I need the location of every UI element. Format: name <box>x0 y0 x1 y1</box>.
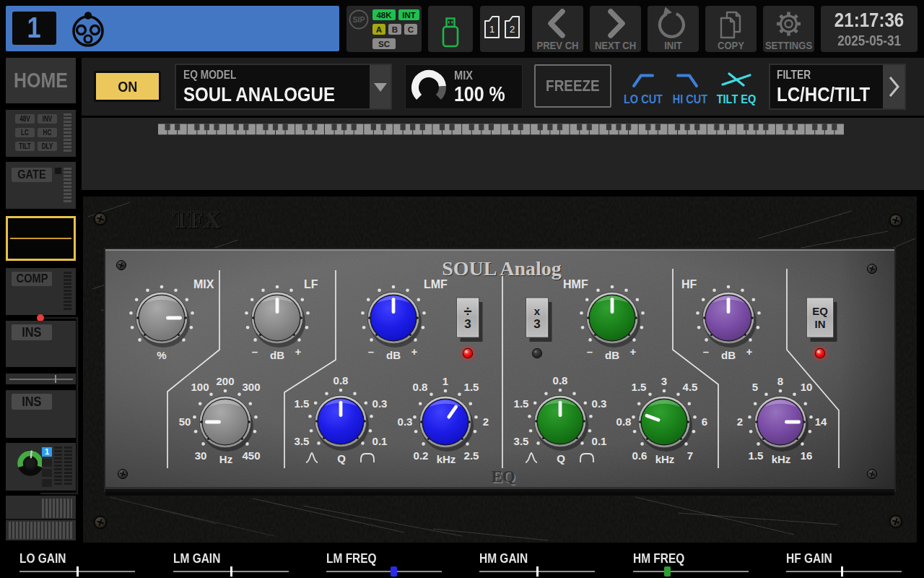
svg-text:MIX: MIX <box>193 278 214 290</box>
svg-text:LMF: LMF <box>424 278 448 290</box>
svg-text:Hz: Hz <box>219 453 232 465</box>
svg-text:1.5: 1.5 <box>295 397 310 410</box>
svg-text:5: 5 <box>752 381 758 393</box>
svg-text:2: 2 <box>483 415 489 428</box>
svg-text:0.1: 0.1 <box>592 435 607 447</box>
svg-text:kHz: kHz <box>655 453 675 465</box>
svg-text:0.3: 0.3 <box>372 397 388 410</box>
svg-text:HI CUT: HI CUT <box>673 92 708 105</box>
svg-text:B: B <box>392 25 398 34</box>
svg-text:dB: dB <box>721 349 736 361</box>
svg-text:0.6: 0.6 <box>632 449 648 462</box>
svg-text:HMF: HMF <box>563 278 588 290</box>
svg-text:COPY: COPY <box>718 40 744 51</box>
svg-text:–: – <box>703 345 709 358</box>
svg-text:1: 1 <box>489 24 494 35</box>
svg-text:4.5: 4.5 <box>683 381 698 393</box>
svg-text:0.3: 0.3 <box>592 397 607 410</box>
svg-text:16: 16 <box>801 449 813 462</box>
svg-text:3.5: 3.5 <box>514 435 529 447</box>
svg-text:0.3: 0.3 <box>398 415 413 428</box>
svg-text:8: 8 <box>777 375 783 387</box>
svg-text:dB: dB <box>386 349 401 361</box>
svg-text:NEXT CH: NEXT CH <box>595 40 636 51</box>
svg-text:SETTINGS: SETTINGS <box>765 40 812 51</box>
svg-text:PREV CH: PREV CH <box>537 40 579 51</box>
svg-text:–: – <box>252 345 258 358</box>
svg-text:dB: dB <box>605 349 619 361</box>
svg-text:0.8: 0.8 <box>334 374 349 387</box>
svg-text:2.5: 2.5 <box>464 449 479 462</box>
svg-text:50: 50 <box>179 415 191 428</box>
svg-text:A: A <box>376 25 382 34</box>
svg-text:EQ: EQ <box>491 467 515 486</box>
svg-text:LO CUT: LO CUT <box>624 92 663 105</box>
svg-text:–: – <box>587 345 593 358</box>
svg-text:1.5: 1.5 <box>749 449 764 462</box>
svg-text:1: 1 <box>443 375 448 387</box>
svg-text:kHz: kHz <box>437 453 456 465</box>
svg-text:SOUL Analog: SOUL Analog <box>442 257 562 280</box>
svg-text:INT: INT <box>402 11 416 20</box>
svg-text:+: + <box>295 345 302 358</box>
svg-text:1.5: 1.5 <box>514 397 529 410</box>
svg-text:0.8: 0.8 <box>413 381 428 393</box>
svg-text:Q: Q <box>557 452 565 465</box>
svg-text:HF: HF <box>681 278 697 290</box>
svg-text:7: 7 <box>687 449 693 462</box>
svg-text:10: 10 <box>801 381 813 393</box>
svg-text:+: + <box>746 345 753 358</box>
svg-text:48K: 48K <box>376 11 392 20</box>
svg-text:0.8: 0.8 <box>616 415 632 428</box>
svg-text:0.1: 0.1 <box>372 435 388 447</box>
svg-text:÷: ÷ <box>464 303 472 319</box>
svg-text:EQ: EQ <box>812 305 828 317</box>
svg-text:SIP: SIP <box>353 15 365 24</box>
svg-text:2: 2 <box>510 24 515 35</box>
svg-text:1.5: 1.5 <box>464 381 479 393</box>
svg-text:6: 6 <box>702 415 707 428</box>
svg-text:3: 3 <box>533 317 540 331</box>
svg-text:INIT: INIT <box>664 40 682 51</box>
svg-text:0.8: 0.8 <box>553 374 568 387</box>
svg-text:200: 200 <box>216 375 234 387</box>
svg-text:%: % <box>157 349 166 361</box>
svg-text:300: 300 <box>242 381 260 393</box>
svg-text:1.5: 1.5 <box>632 381 647 393</box>
svg-text:SC: SC <box>378 40 390 48</box>
svg-text:14: 14 <box>815 415 827 428</box>
svg-text:0.2: 0.2 <box>414 449 429 462</box>
svg-text:TILT EQ: TILT EQ <box>717 92 757 105</box>
svg-text:100: 100 <box>191 381 209 393</box>
svg-text:3: 3 <box>661 375 667 387</box>
svg-text:3: 3 <box>464 317 471 331</box>
svg-text:2: 2 <box>737 415 743 428</box>
svg-text:LF: LF <box>304 278 318 290</box>
svg-text:x: x <box>534 305 541 317</box>
svg-text:TFX: TFX <box>173 207 220 233</box>
svg-text:IN: IN <box>815 318 826 330</box>
svg-text:kHz: kHz <box>772 453 791 465</box>
svg-text:+: + <box>411 345 418 358</box>
svg-text:C: C <box>408 25 414 34</box>
svg-text:+: + <box>630 345 637 358</box>
svg-text:dB: dB <box>270 349 284 361</box>
svg-text:3.5: 3.5 <box>295 435 310 447</box>
svg-text:30: 30 <box>195 449 207 462</box>
svg-text:–: – <box>368 345 374 358</box>
svg-text:450: 450 <box>242 449 260 462</box>
svg-text:Q: Q <box>337 452 346 465</box>
